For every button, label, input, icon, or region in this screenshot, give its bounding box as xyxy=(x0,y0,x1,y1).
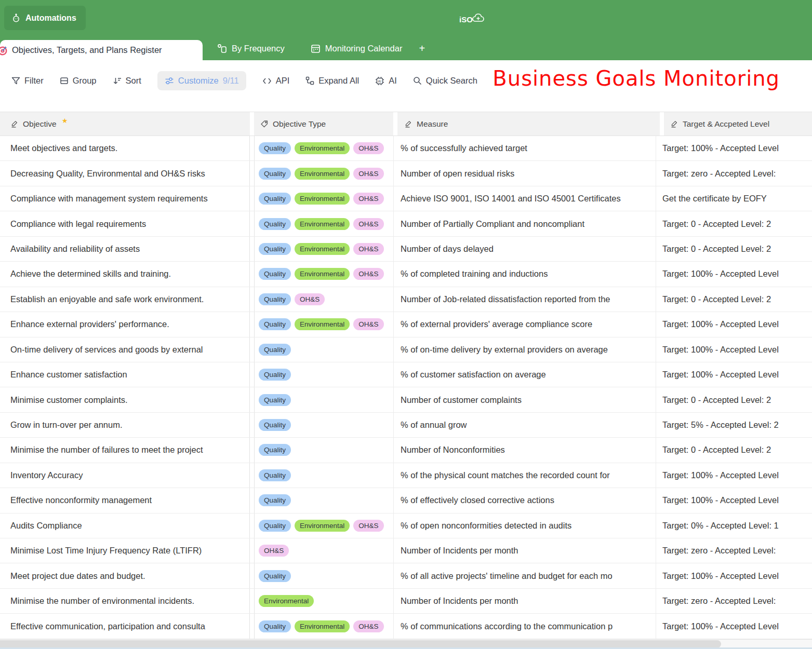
table-row: Meet objectives and targets. QualityEnvi… xyxy=(0,136,812,161)
measure-cell[interactable]: % of communications according to the com… xyxy=(393,614,656,638)
objective-cell[interactable]: Availability and reliability of assets xyxy=(0,237,250,261)
objective-cell[interactable]: Compliance with legal requirements xyxy=(0,211,250,236)
objective-type-cell[interactable]: QualityEnvironmentalOH&S xyxy=(254,513,393,538)
objective-type-cell[interactable]: Quality xyxy=(254,488,393,512)
measure-cell[interactable]: % of open nonconformities detected in au… xyxy=(393,513,656,538)
measure-cell[interactable]: Number of open residual risks xyxy=(393,161,656,185)
target-cell[interactable]: Target: 0 - Accepted Level: 2 xyxy=(656,287,804,312)
customize-fields-button[interactable]: Customize 9/11 xyxy=(157,71,246,90)
objective-cell[interactable]: Compliance with management system requir… xyxy=(0,186,250,211)
target-cell[interactable]: Get the certificate by EOFY xyxy=(656,186,804,211)
horizontal-scrollbar-track[interactable] xyxy=(0,639,812,649)
objective-type-cell[interactable]: Quality xyxy=(254,463,393,488)
objective-cell[interactable]: Grow in turn-over per annum. xyxy=(0,413,250,437)
measure-cell[interactable]: Number of Incidents per month xyxy=(393,589,656,613)
tab-monitoring-calendar[interactable]: Monitoring Calendar xyxy=(301,38,412,59)
horizontal-scrollbar-thumb[interactable] xyxy=(0,640,721,648)
target-cell[interactable]: Target: 0% - Accepted Level: 1 xyxy=(656,513,804,538)
measure-cell[interactable]: Number of Incidents per month xyxy=(393,538,656,563)
objective-type-cell[interactable]: QualityEnvironmentalOH&S xyxy=(254,161,393,185)
quick-search-button[interactable]: Quick Search xyxy=(413,76,477,86)
objective-cell[interactable]: Minimise customer complaints. xyxy=(0,387,250,412)
objective-cell[interactable]: Effective communication, participation a… xyxy=(0,614,250,638)
target-cell[interactable]: Target: 100% - Accepted Level xyxy=(656,136,804,160)
measure-cell[interactable]: % of effectively closed corrective actio… xyxy=(393,488,656,512)
objective-type-cell[interactable]: QualityEnvironmentalOH&S xyxy=(254,136,393,160)
objective-cell[interactable]: Effective nonconformity management xyxy=(0,488,250,512)
automations-button[interactable]: Automations xyxy=(4,6,86,30)
api-button[interactable]: API xyxy=(262,76,290,86)
target-cell[interactable]: Target: 0 - Accepted Level: 2 xyxy=(656,387,804,412)
ai-button[interactable]: AI AI xyxy=(375,76,397,86)
target-cell[interactable]: Target: 0 - Accepted Level: 2 xyxy=(656,237,804,261)
tab-by-frequency[interactable]: By Frequency xyxy=(208,38,294,59)
objective-cell[interactable]: Enhance external providers' performance. xyxy=(0,312,250,336)
measure-cell[interactable]: Number of customer complaints xyxy=(393,387,656,412)
objective-cell[interactable]: On-time delivery of services and goods b… xyxy=(0,337,250,362)
objective-cell[interactable]: Achieve the determined skills and traini… xyxy=(0,262,250,286)
measure-cell[interactable]: % of successfully achieved target xyxy=(393,136,656,160)
measure-cell[interactable]: % of annual grow xyxy=(393,413,656,437)
target-cell[interactable]: Target: 0 - Accepted Level: 2 xyxy=(656,211,804,236)
filter-button[interactable]: Filter xyxy=(11,76,44,86)
objective-type-cell[interactable]: QualityEnvironmentalOH&S xyxy=(254,614,393,638)
target-cell[interactable]: Target: 100% - Accepted Level xyxy=(656,563,804,588)
measure-cell[interactable]: Number of Nonconformities xyxy=(393,438,656,462)
target-cell[interactable]: Target: 100% - Accepted Level xyxy=(656,262,804,286)
measure-cell[interactable]: Achieve ISO 9001, ISO 14001 and ISO 4500… xyxy=(393,186,656,211)
measure-cell[interactable]: Number of days delayed xyxy=(393,237,656,261)
measure-cell[interactable]: % of on-time delivery by external provid… xyxy=(393,337,656,362)
measure-cell[interactable]: % of the physical count matches the reco… xyxy=(393,463,656,488)
measure-cell[interactable]: Number of Job-related dissatisfaction re… xyxy=(393,287,656,312)
group-button[interactable]: Group xyxy=(60,76,97,86)
objective-type-cell[interactable]: QualityEnvironmentalOH&S xyxy=(254,211,393,236)
objective-type-cell[interactable]: Quality xyxy=(254,438,393,462)
objective-cell[interactable]: Decreasing Quality, Environmental and OH… xyxy=(0,161,250,185)
objective-type-cell[interactable]: Quality xyxy=(254,563,393,588)
objective-type-cell[interactable]: Quality xyxy=(254,413,393,437)
target-cell[interactable]: Target: 100% - Accepted Level xyxy=(656,463,804,488)
tab-objectives-register[interactable]: Objectives, Targets, and Plans Register xyxy=(0,40,203,60)
objective-type-cell[interactable]: Quality xyxy=(254,387,393,412)
objective-cell[interactable]: Enhance customer satisfaction xyxy=(0,362,250,387)
expand-all-button[interactable]: Expand All xyxy=(305,76,359,86)
column-header-objective-type[interactable]: Objective Type xyxy=(254,112,393,136)
target-cell[interactable]: Target: 100% - Accepted Level xyxy=(656,614,804,638)
objective-type-cell[interactable]: Environmental xyxy=(254,589,393,613)
target-cell[interactable]: Target: 100% - Accepted Level xyxy=(656,362,804,387)
objective-cell[interactable]: Minimise Lost Time Injury Frequency Rate… xyxy=(0,538,250,563)
objective-type-cell[interactable]: QualityOH&S xyxy=(254,287,393,312)
objective-cell[interactable]: Minimise the number of environmental inc… xyxy=(0,589,250,613)
measure-cell[interactable]: % of external providers' average complia… xyxy=(393,312,656,336)
column-header-objective[interactable]: Objective ★ xyxy=(0,112,250,136)
measure-cell[interactable]: % of completed training and inductions xyxy=(393,262,656,286)
sort-button[interactable]: Sort xyxy=(113,76,141,86)
objective-type-cell[interactable]: QualityEnvironmentalOH&S xyxy=(254,186,393,211)
objective-cell[interactable]: Meet project due dates and budget. xyxy=(0,563,250,588)
target-cell[interactable]: Target: 100% - Accepted Level xyxy=(656,488,804,512)
target-cell[interactable]: Target: zero - Accepted Level: xyxy=(656,538,804,563)
objective-type-cell[interactable]: QualityEnvironmentalOH&S xyxy=(254,262,393,286)
measure-cell[interactable]: Number of Partially Compliant and noncom… xyxy=(393,211,656,236)
target-cell[interactable]: Target: 100% - Accepted Level xyxy=(656,337,804,362)
objective-type-cell[interactable]: QualityEnvironmentalOH&S xyxy=(254,312,393,336)
target-cell[interactable]: Target: zero - Accepted Level: xyxy=(656,161,804,185)
objective-cell[interactable]: Meet objectives and targets. xyxy=(0,136,250,160)
target-cell[interactable]: Target: 5% - Accepted Level: 2 xyxy=(656,413,804,437)
target-cell[interactable]: Target: 0 - Accepted Level: 2 xyxy=(656,438,804,462)
objective-type-cell[interactable]: OH&S xyxy=(254,538,393,563)
objective-cell[interactable]: Establish an enjoyable and safe work env… xyxy=(0,287,250,312)
objective-type-cell[interactable]: Quality xyxy=(254,362,393,387)
column-header-target-accepted-level[interactable]: Target & Accpeted Level xyxy=(664,112,812,136)
target-cell[interactable]: Target: 100% - Accepted Level xyxy=(656,312,804,336)
objective-cell[interactable]: Inventory Accuracy xyxy=(0,463,250,488)
objective-cell[interactable]: Audits Compliance xyxy=(0,513,250,538)
objective-type-cell[interactable]: Quality xyxy=(254,337,393,362)
measure-cell[interactable]: % of customer satisfaction on average xyxy=(393,362,656,387)
column-header-measure[interactable]: Measure xyxy=(397,112,660,136)
add-view-tab-button[interactable]: + xyxy=(411,38,432,59)
measure-cell[interactable]: % of all active projects' timeline and b… xyxy=(393,563,656,588)
objective-cell[interactable]: Minimise the number of failures to meet … xyxy=(0,438,250,462)
objective-type-cell[interactable]: QualityEnvironmentalOH&S xyxy=(254,237,393,261)
target-cell[interactable]: Target: zero - Accepted Level: xyxy=(656,589,804,613)
